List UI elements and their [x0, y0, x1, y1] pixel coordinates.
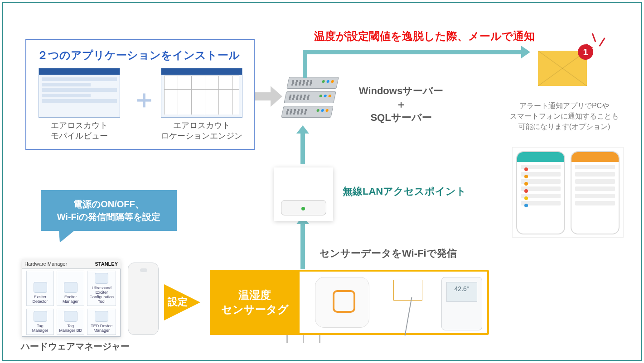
smartphone-notification-mock: [512, 147, 624, 238]
app-locationengine-thumb: [161, 68, 242, 118]
sensor-tag-device-3-icon: 42.6°: [441, 277, 482, 330]
arrow-tag-to-ap-icon: [300, 224, 305, 269]
hw-tool-cell: Tag Manager BD: [57, 309, 84, 335]
sensor-tag-device-1-icon: [315, 277, 369, 328]
hw-tool-cell: Ultrasound Exciter Configuration Tool: [87, 271, 116, 306]
plus-icon: ＋: [131, 82, 157, 117]
arrow-apps-to-server-icon: [255, 86, 282, 107]
mail-option-caption: アラート通知アプリでPCやスマートフォンに通知することも可能になります(オプショ…: [499, 100, 630, 132]
app-mobileview-thumb: [39, 68, 120, 118]
config-note-bubble: 電源のON/OFF、Wi-Fiの発信間隔等を設定: [41, 190, 177, 231]
hardware-manager-titlebar: Hardware Manager STANLEY: [22, 259, 121, 269]
hw-tool-cell: Exciter Detector: [26, 271, 54, 306]
app-mobileview-caption: エアロスカウトモバイルビュー: [36, 120, 122, 142]
hw-tool-cell: TED Device Manager: [87, 309, 116, 335]
hardware-manager-caption: ハードウェアマネージャー: [21, 340, 130, 353]
hw-tool-cell: Exciter Manager: [57, 271, 84, 306]
phone-right-icon: [571, 151, 620, 234]
server-label: Windowsサーバー＋SQLサーバー: [349, 84, 453, 124]
wifi-transmit-caption: センサーデータをWi-Fiで発信: [320, 247, 457, 260]
mail-alert-sparks-icon: [588, 33, 610, 56]
sensor-lcd-value: 42.6°: [446, 282, 477, 302]
app-mobileview: エアロスカウトモバイルビュー: [36, 68, 122, 142]
hardware-manager-usb-device-icon: [128, 263, 159, 335]
app-locationengine: エアロスカウトロケーションエンジン: [156, 68, 247, 142]
hardware-manager-grid: Exciter Detector Exciter Manager Ultraso…: [26, 271, 116, 334]
access-point-label: 無線LANアクセスポイント: [343, 185, 466, 198]
arrow-server-to-mail-icon: [303, 50, 521, 54]
hw-tool-cell: Tag Manager: [26, 309, 54, 335]
phone-left-icon: [516, 151, 565, 234]
alert-headline: 温度が設定閾値を逸脱した際、メールで通知: [314, 29, 535, 43]
server-icon: [282, 77, 337, 122]
access-point-icon: [274, 167, 333, 221]
arrow-ap-to-server-icon: [300, 134, 305, 164]
hardware-manager-brand: STANLEY: [95, 261, 118, 267]
arrow-hw-to-tag-label: 設定: [168, 295, 188, 309]
sensor-tag-label: 温湿度センサータグ: [210, 270, 300, 335]
hardware-manager-titlebar-text: Hardware Manager: [24, 261, 67, 267]
app-locationengine-caption: エアロスカウトロケーションエンジン: [156, 120, 247, 142]
apps-install-title: ２つのアプリケーションをインストール: [37, 48, 240, 62]
sensor-tag-device-2-icon: [383, 277, 433, 328]
